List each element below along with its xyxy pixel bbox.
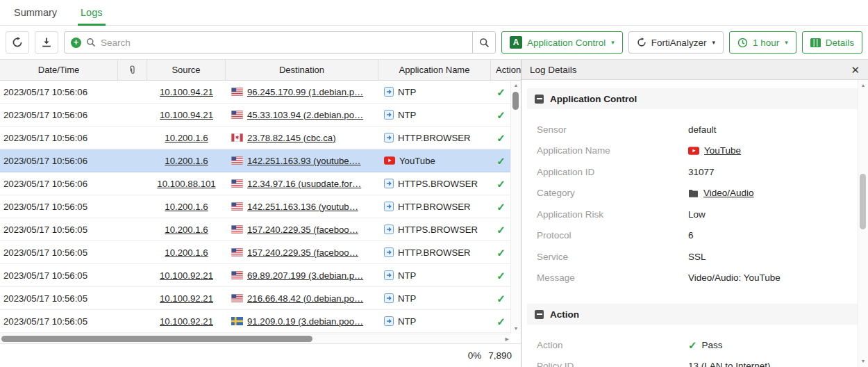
column-header-attachment[interactable] bbox=[118, 60, 147, 80]
cell-source[interactable]: 10.100.94.21 bbox=[147, 81, 226, 103]
log-count: 7,890 bbox=[488, 350, 512, 361]
table-row[interactable]: 2023/05/17 10:56:0510.100.92.2169.89.207… bbox=[0, 264, 521, 287]
close-icon[interactable]: ✕ bbox=[851, 65, 860, 75]
field-value: 6 bbox=[688, 230, 694, 240]
field-value: SSL bbox=[688, 252, 706, 262]
column-header-source[interactable]: Source bbox=[147, 60, 226, 80]
cell-application[interactable]: HTTP.BROWSER bbox=[378, 195, 491, 218]
search-input[interactable] bbox=[101, 38, 467, 48]
detail-field-application-id: Application ID31077 bbox=[527, 161, 858, 183]
table-row[interactable]: 2023/05/17 10:56:0510.200.1.6157.240.229… bbox=[0, 241, 521, 264]
cell-destination[interactable]: 12.34.97.16 (usupdate.for… bbox=[226, 172, 378, 195]
cell-destination[interactable]: 91.209.0.19 (3.debian.poo… bbox=[226, 310, 378, 332]
cell-source[interactable]: 10.100.92.21 bbox=[147, 287, 226, 309]
field-value[interactable]: Video/Audio bbox=[688, 188, 754, 198]
refresh-button[interactable] bbox=[6, 31, 29, 54]
cell-source[interactable]: 10.200.1.6 bbox=[147, 149, 226, 172]
tab-summary[interactable]: Summary bbox=[14, 0, 57, 25]
cell-destination[interactable]: 157.240.229.35 (faceboo… bbox=[226, 241, 378, 263]
table-row[interactable]: 2023/05/17 10:56:0610.200.1.6142.251.163… bbox=[0, 149, 521, 172]
cell-destination[interactable]: 96.245.170.99 (1.debian.p… bbox=[226, 81, 378, 103]
table-row[interactable]: 2023/05/17 10:56:0510.100.92.2191.209.0.… bbox=[0, 310, 521, 333]
table-row[interactable]: 2023/05/17 10:56:0510.100.92.21216.66.48… bbox=[0, 287, 521, 310]
details-scrollbar[interactable]: ▲ ▼ bbox=[858, 80, 868, 367]
cell-source[interactable]: 10.200.1.6 bbox=[147, 218, 226, 240]
table-row[interactable]: 2023/05/17 10:56:0610.100.94.2196.245.17… bbox=[0, 81, 521, 104]
time-range-dropdown[interactable]: 1 hour ▾ bbox=[729, 31, 796, 54]
column-header-destination[interactable]: Destination bbox=[226, 60, 378, 80]
cell-destination[interactable]: 142.251.163.93 (youtube.… bbox=[226, 149, 378, 172]
cell-datetime: 2023/05/17 10:56:05 bbox=[0, 195, 118, 218]
cell-source[interactable]: 10.100.88.101 bbox=[147, 172, 226, 195]
section-header-action[interactable]: Action bbox=[527, 304, 858, 325]
section-title: Application Control bbox=[550, 94, 637, 104]
details-label: Details bbox=[826, 38, 854, 48]
field-value: 31077 bbox=[688, 167, 715, 177]
table-row[interactable]: 2023/05/17 10:56:0510.200.1.6142.251.163… bbox=[0, 195, 521, 218]
cell-destination[interactable]: 23.78.82.145 (cbc.ca) bbox=[226, 127, 378, 149]
cell-source[interactable]: 10.200.1.6 bbox=[147, 127, 226, 149]
application-icon bbox=[384, 133, 394, 142]
collapse-icon[interactable] bbox=[535, 310, 544, 319]
column-header-application-name[interactable]: Application Name bbox=[378, 60, 491, 80]
column-header-date-time[interactable]: Date/Time bbox=[0, 60, 118, 80]
cell-application[interactable]: NTP bbox=[378, 310, 491, 332]
application-icon bbox=[384, 293, 394, 303]
field-value: default bbox=[688, 124, 717, 135]
field-label: Application Risk bbox=[537, 209, 688, 220]
scroll-up-icon[interactable]: ▲ bbox=[858, 82, 868, 89]
section-header-application-control[interactable]: Application Control bbox=[527, 88, 858, 109]
cell-application[interactable]: HTTP.BROWSER bbox=[378, 241, 491, 263]
table-row[interactable]: 2023/05/17 10:56:0610.100.88.10112.34.97… bbox=[0, 172, 521, 195]
cell-application[interactable]: NTP bbox=[378, 81, 491, 103]
table-row[interactable]: 2023/05/17 10:56:0510.200.1.6157.240.229… bbox=[0, 218, 521, 241]
pass-check-icon: ✓ bbox=[496, 202, 506, 212]
table-row[interactable]: 2023/05/17 10:56:0610.200.1.623.78.82.14… bbox=[0, 127, 521, 149]
cell-application[interactable]: NTP bbox=[378, 287, 491, 309]
field-value[interactable]: YouTube bbox=[688, 145, 741, 156]
scroll-down-icon[interactable]: ▼ bbox=[511, 325, 521, 332]
add-filter-icon[interactable]: + bbox=[71, 38, 81, 48]
cell-destination[interactable]: 216.66.48.42 (0.debian.po… bbox=[226, 287, 378, 309]
field-label: Category bbox=[537, 188, 688, 198]
scroll-up-icon[interactable]: ▲ bbox=[511, 82, 521, 89]
collapse-icon[interactable] bbox=[535, 95, 544, 104]
vertical-scroll-thumb[interactable] bbox=[512, 92, 519, 110]
cell-destination[interactable]: 69.89.207.199 (3.debian.p… bbox=[226, 264, 378, 286]
cell-source[interactable]: 10.100.92.21 bbox=[147, 310, 226, 332]
chevron-down-icon: ▾ bbox=[785, 39, 788, 46]
cell-destination[interactable]: 142.251.163.136 (youtub… bbox=[226, 195, 378, 218]
cell-destination[interactable]: 45.33.103.94 (2.debian.po… bbox=[226, 104, 378, 126]
details-toggle-button[interactable]: Details bbox=[802, 31, 862, 54]
cell-application[interactable]: NTP bbox=[378, 264, 491, 286]
horizontal-scroll-thumb[interactable] bbox=[1, 336, 312, 342]
download-button[interactable] bbox=[35, 31, 58, 54]
tab-logs[interactable]: Logs bbox=[81, 0, 102, 25]
cell-application[interactable]: HTTP.BROWSER bbox=[378, 127, 491, 149]
cell-application[interactable]: YouTube bbox=[378, 149, 491, 172]
log-type-dropdown[interactable]: A Application Control ▾ bbox=[501, 31, 623, 54]
scroll-down-icon[interactable]: ▼ bbox=[858, 358, 868, 365]
table-vertical-scrollbar[interactable]: ▲ ▼ bbox=[510, 81, 521, 334]
scroll-right-icon[interactable]: ▶ bbox=[506, 336, 509, 342]
cell-source[interactable]: 10.200.1.6 bbox=[147, 241, 226, 263]
search-button[interactable] bbox=[472, 32, 495, 53]
table-horizontal-scrollbar[interactable]: ▶ bbox=[0, 334, 510, 343]
cell-application[interactable]: HTTPS.BROWSER bbox=[378, 218, 491, 240]
cell-source[interactable]: 10.100.94.21 bbox=[147, 104, 226, 126]
log-viewer-window: SummaryLogs + A Application Control ▾ Fo… bbox=[0, 0, 868, 367]
cell-source[interactable]: 10.100.92.21 bbox=[147, 264, 226, 286]
column-header-action[interactable]: Action bbox=[491, 60, 521, 80]
cell-attachment bbox=[118, 81, 147, 103]
flag-us-icon bbox=[231, 179, 243, 188]
cell-application[interactable]: NTP bbox=[378, 104, 491, 126]
log-source-dropdown[interactable]: FortiAnalyzer ▾ bbox=[628, 31, 724, 54]
flag-us-icon bbox=[231, 271, 243, 279]
table-row[interactable]: 2023/05/17 10:56:0610.100.94.2145.33.103… bbox=[0, 104, 521, 127]
details-scroll-thumb[interactable] bbox=[860, 174, 866, 229]
cell-source[interactable]: 10.200.1.6 bbox=[147, 195, 226, 218]
cell-application[interactable]: HTTPS.BROWSER bbox=[378, 172, 491, 195]
application-icon bbox=[384, 179, 394, 188]
application-icon bbox=[384, 202, 394, 211]
cell-destination[interactable]: 157.240.229.35 (faceboo… bbox=[226, 218, 378, 240]
